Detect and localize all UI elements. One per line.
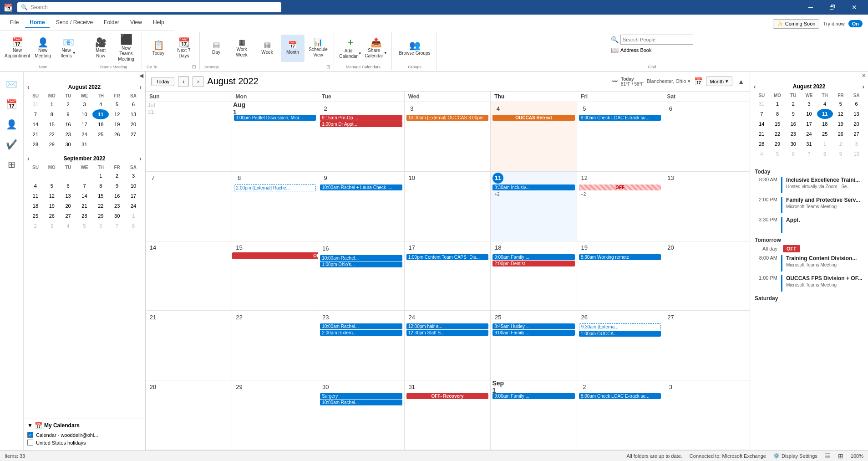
day-cell-sep3[interactable]: 3: [663, 380, 750, 450]
mini-cal-day[interactable]: 1: [92, 171, 109, 181]
event-pill[interactable]: 8:30am Inclusiv...: [492, 184, 575, 190]
restore-button[interactable]: 🗗: [822, 0, 843, 15]
mini-cal-day[interactable]: 4: [92, 99, 109, 109]
day-cell-aug10[interactable]: 10: [405, 172, 491, 241]
day-cell-aug15[interactable]: 15 OFF: [232, 241, 319, 311]
mini-cal-day[interactable]: 5: [44, 181, 60, 191]
agenda-off-badge[interactable]: OFF: [783, 245, 800, 252]
minimize-button[interactable]: ─: [801, 0, 821, 15]
event-pill[interactable]: 9:00am Family ...: [492, 393, 575, 399]
nav-calendar[interactable]: 📅: [3, 95, 21, 113]
event-pill[interactable]: 9:00am Family ...: [492, 254, 575, 260]
event-pill[interactable]: 12:30pm Staff S...: [406, 330, 489, 336]
mini-cal-day[interactable]: 8: [92, 181, 109, 191]
mini-cal-day[interactable]: 29: [770, 139, 786, 149]
tab-folder[interactable]: Folder: [99, 17, 124, 28]
mini-cal-day[interactable]: 3: [801, 99, 817, 109]
close-button[interactable]: ✕: [844, 0, 864, 15]
mini-cal-day[interactable]: 29: [44, 139, 60, 149]
browse-groups-button[interactable]: 👥 Browse Groups: [396, 35, 433, 62]
mini-cal-day[interactable]: 16: [785, 119, 801, 129]
day-cell-aug24[interactable]: 24 12:00pm hair a... 12:30pm Staff S...: [405, 311, 491, 380]
event-pill[interactable]: 1:00pm Dr Appt...: [320, 121, 402, 127]
day-cell-aug1[interactable]: Aug 1 3:00pm Padlet Discussion; Micr...: [232, 102, 319, 171]
schedule-view-button[interactable]: 📊 ScheduleView: [306, 35, 330, 62]
mini-cal-aug-next[interactable]: ›: [139, 83, 142, 91]
event-pill[interactable]: 10:00am Rachel...: [320, 323, 402, 329]
event-pill[interactable]: 1:00pm Ohio's...: [320, 261, 402, 267]
mini-cal-day[interactable]: 5: [76, 221, 93, 231]
mini-cal-day[interactable]: 8: [817, 149, 833, 159]
mini-cal-day[interactable]: 13: [848, 109, 864, 119]
day-cell-aug21[interactable]: 21: [146, 311, 232, 380]
new-items-button[interactable]: 📧 NewItems ▼: [56, 35, 80, 62]
event-pill[interactable]: 8:30am Working remote: [579, 254, 661, 260]
mini-cal-sep-prev[interactable]: ‹: [27, 155, 30, 162]
mini-cal-day[interactable]: 15: [44, 119, 60, 129]
mini-cal-day[interactable]: 28: [754, 139, 770, 149]
mini-cal-day[interactable]: 30: [109, 211, 125, 221]
event-pill[interactable]: 1:00pm Content Team CAPS "Dis...: [406, 254, 489, 260]
mini-cal-day[interactable]: 10: [76, 109, 93, 119]
mini-cal-day[interactable]: 2: [109, 171, 125, 181]
mini-cal-day[interactable]: 20: [125, 119, 142, 129]
mini-cal-day[interactable]: 9: [60, 109, 76, 119]
mini-cal-day[interactable]: 12: [833, 109, 849, 119]
day-cell-aug30[interactable]: 30 Surgery 10:00am Rachel...: [318, 380, 405, 450]
day-cell-aug5[interactable]: 5 8:00am Check LOAC E-track su...: [577, 102, 664, 171]
new-teams-meeting-button[interactable]: ⬛ New TeamsMeeting: [114, 35, 138, 62]
toggle-sidebar-icon[interactable]: ◀: [139, 72, 143, 79]
mini-cal-day[interactable]: 14: [27, 119, 44, 129]
mini-cal-day[interactable]: 28: [76, 211, 93, 221]
mini-cal-day[interactable]: 23: [109, 201, 125, 211]
mini-cal-day[interactable]: 3: [44, 221, 60, 231]
mini-cal-day[interactable]: 28: [27, 139, 44, 149]
location-dropdown[interactable]: Blanchester, Ohio ▾: [647, 78, 690, 84]
address-book-button[interactable]: 📖 Address Book: [611, 46, 651, 54]
more-events[interactable]: +2: [492, 191, 501, 197]
toggle-on[interactable]: On: [848, 20, 863, 27]
mini-cal-day[interactable]: 10: [125, 181, 142, 191]
mini-cal-day[interactable]: 20: [60, 201, 76, 211]
day-cell-aug20[interactable]: 20: [663, 241, 750, 311]
mini-cal-day[interactable]: 4: [817, 99, 833, 109]
scroll-up-button[interactable]: ▲: [738, 78, 744, 85]
event-pill[interactable]: 10:00am Rachel...: [320, 255, 402, 261]
mini-cal-day[interactable]: 26: [833, 129, 849, 139]
mini-cal-day[interactable]: 8: [770, 109, 786, 119]
day-cell-aug18[interactable]: 18 9:00am Family ... 2:00pm Dentist: [491, 241, 577, 311]
event-pill[interactable]: 8:00am Check LOAC E-track su...: [579, 393, 661, 399]
day-cell-aug22[interactable]: 22: [232, 311, 319, 380]
mini-cal-day[interactable]: 6: [785, 149, 801, 159]
calendar-holidays-checkbox[interactable]: [27, 440, 33, 446]
mini-cal-day[interactable]: 13: [125, 109, 142, 119]
mini-cal-day[interactable]: 5: [770, 149, 786, 159]
nav-tasks[interactable]: ✔️: [3, 135, 21, 154]
day-cell-aug13[interactable]: 13: [663, 172, 750, 241]
mini-cal-day[interactable]: 20: [848, 119, 864, 129]
day-cell-aug17[interactable]: 17 1:00pm Content Team CAPS "Dis...: [405, 241, 491, 311]
day-cell-aug19[interactable]: 19 8:30am Working remote: [577, 241, 664, 311]
event-pill[interactable]: 8:00am Check LOAC E-track su...: [579, 115, 661, 121]
mini-cal-day[interactable]: 10: [848, 149, 864, 159]
day-cell-aug8[interactable]: 8 2:00pm [External] Rache...: [232, 172, 319, 241]
agenda-content[interactable]: Inclusive Excellence Traini... Hosted vi…: [786, 177, 863, 193]
mini-cal-day[interactable]: 12: [109, 109, 125, 119]
mini-cal-day[interactable]: 31: [27, 99, 44, 109]
mini-cal-day[interactable]: 31: [76, 139, 93, 149]
mini-cal-day[interactable]: 25: [817, 129, 833, 139]
mini-cal-day[interactable]: 9: [785, 109, 801, 119]
day-cell-aug7[interactable]: 7: [146, 172, 232, 241]
event-pill-recovery[interactable]: OFF- Recovery: [406, 393, 489, 399]
my-calendars-header[interactable]: ▼ 📅 My Calendars: [27, 422, 142, 429]
new-appointment-button[interactable]: 📅 NewAppointment: [5, 35, 29, 62]
mini-cal-day[interactable]: 27: [60, 211, 76, 221]
event-pill-off[interactable]: OFF: [579, 184, 661, 190]
mini-cal-day[interactable]: 31: [801, 139, 817, 149]
work-week-button[interactable]: ▦ WorkWeek: [230, 35, 254, 62]
mini-cal-day[interactable]: 6: [60, 181, 76, 191]
mini-cal-day[interactable]: 24: [125, 201, 142, 211]
view-toggle-grid[interactable]: ⊞: [838, 452, 843, 460]
mini-cal-day[interactable]: 13: [60, 191, 76, 201]
day-cell-aug27[interactable]: 27: [663, 311, 750, 380]
